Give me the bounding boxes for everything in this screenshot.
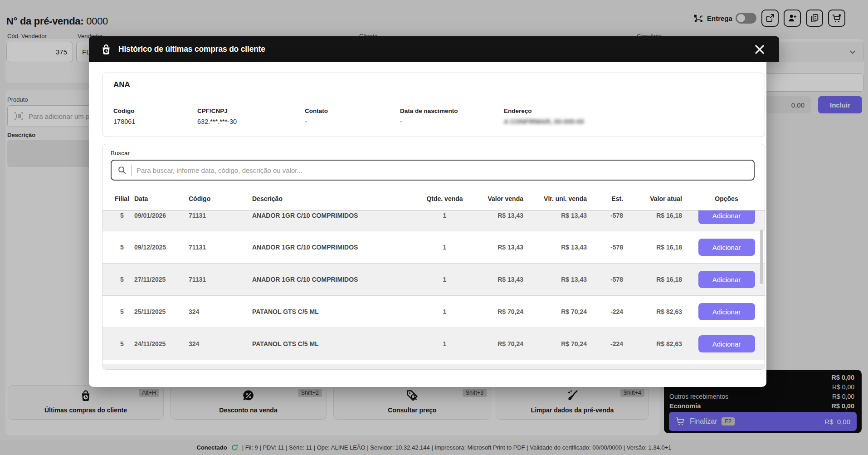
adicionar-button[interactable]: Adicionar: [698, 239, 755, 256]
table-header: Filial Data Código Descrição Qtde. venda…: [102, 187, 765, 210]
customer-field-value: -: [400, 118, 504, 125]
customer-field: Data de nascimento -: [400, 108, 504, 125]
bag-clock-icon: [100, 43, 112, 56]
table-row: 5 09/01/2026 71131 ANADOR 1GR C/10 COMPR…: [102, 210, 765, 231]
col-opcoes: Opções: [688, 195, 765, 202]
col-descricao: Descrição: [251, 195, 419, 202]
search-icon: [117, 165, 127, 175]
close-button[interactable]: [753, 43, 766, 56]
adicionar-button[interactable]: Adicionar: [698, 271, 755, 288]
customer-fields: Código 178061 CPF/CNPJ 632.***.***-30 Co…: [113, 108, 760, 125]
customer-field: CPF/CNPJ 632.***.***-30: [197, 108, 305, 125]
adicionar-button[interactable]: Adicionar: [698, 335, 755, 352]
modal-title: Histórico de últimas compras do cliente: [118, 44, 265, 54]
customer-field: Contato -: [305, 108, 400, 125]
col-valor-venda: Valor venda: [471, 195, 530, 202]
customer-card: ANA Código 178061 CPF/CNPJ 632.***.***-3…: [102, 73, 765, 137]
partial-row: [102, 360, 765, 364]
customer-name: ANA: [113, 80, 130, 89]
col-vlr-uni-venda: Vlr. uni. venda: [530, 195, 593, 202]
text-caret: [132, 165, 132, 176]
customer-field-label: Data de nascimento: [400, 108, 504, 114]
col-est: Est.: [593, 195, 629, 202]
table-row: 5 27/11/2025 71131 ANADOR 1GR C/10 COMPR…: [102, 264, 765, 296]
customer-field-label: Endereço: [504, 108, 760, 114]
partial-row-clipped: [102, 364, 765, 370]
col-valor-atual: Valor atual: [629, 195, 688, 202]
table-row: 5 09/12/2025 71131 ANADOR 1GR C/10 COMPR…: [102, 231, 765, 264]
search-box: [111, 160, 755, 181]
customer-field: Endereço A CONFIRMAR, 00-000-00: [504, 108, 760, 125]
customer-field-value: A CONFIRMAR, 00-000-00: [504, 118, 760, 125]
purchases-table-card: Buscar Filial Data Código Descrição Qtde…: [102, 144, 765, 370]
customer-field: Código 178061: [113, 108, 197, 125]
customer-field-value: -: [305, 118, 400, 125]
col-qtde-venda: Qtde. venda: [419, 195, 471, 202]
close-icon: [753, 43, 766, 56]
customer-field-label: CPF/CNPJ: [197, 108, 305, 114]
pos-screen: N° da pré-venda:0000 Entrega Cód. Vended…: [0, 0, 868, 455]
search-label: Buscar: [111, 150, 130, 157]
adicionar-button[interactable]: Adicionar: [698, 210, 755, 224]
col-codigo: Código: [188, 195, 251, 202]
customer-field-label: Código: [113, 108, 197, 114]
customer-field-label: Contato: [305, 108, 400, 114]
col-filial: Filial: [111, 195, 133, 202]
modal-header: Histórico de últimas compras do cliente: [89, 36, 779, 62]
col-data: Data: [133, 195, 188, 202]
scrollbar-thumb[interactable]: [760, 230, 763, 284]
customer-field-value: 178061: [113, 118, 197, 125]
adicionar-button[interactable]: Adicionar: [698, 303, 755, 320]
search-input[interactable]: [137, 166, 748, 174]
table-body: 5 09/01/2026 71131 ANADOR 1GR C/10 COMPR…: [102, 210, 765, 370]
modal-body: ANA Código 178061 CPF/CNPJ 632.***.***-3…: [89, 62, 766, 387]
table-row: 5 24/11/2025 324 PATANOL GTS C/5 ML 1 R$…: [102, 328, 765, 360]
table-row: 5 25/11/2025 324 PATANOL GTS C/5 ML 1 R$…: [102, 296, 765, 328]
customer-field-value: 632.***.***-30: [197, 118, 305, 125]
